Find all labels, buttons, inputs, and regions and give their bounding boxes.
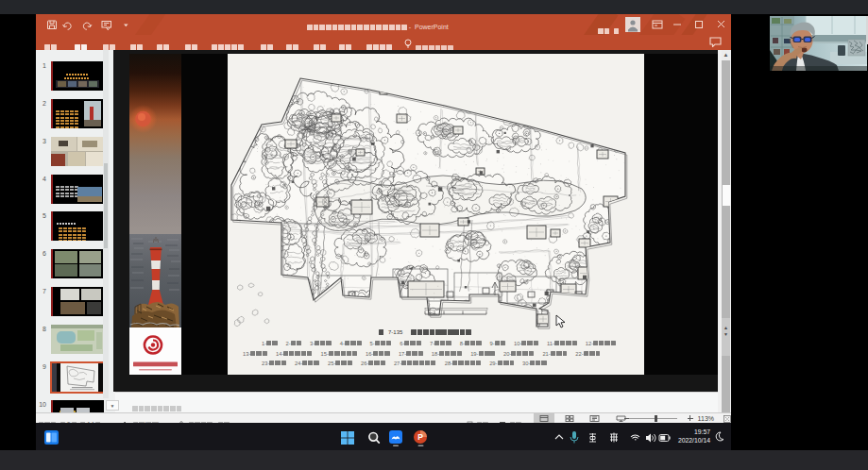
svg-text:P: P xyxy=(417,432,423,442)
